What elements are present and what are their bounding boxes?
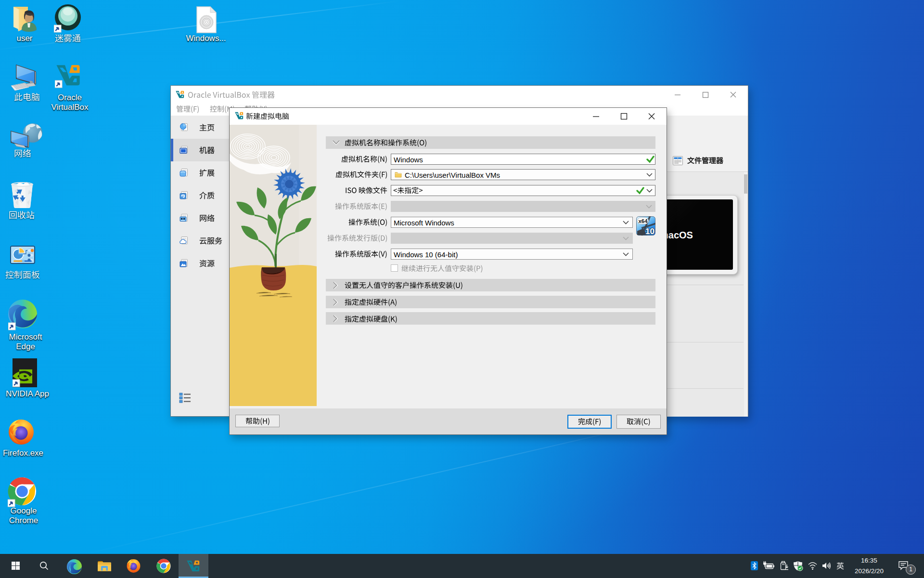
svg-text:10: 10 (645, 227, 654, 236)
svg-text:x64: x64 (638, 218, 648, 224)
